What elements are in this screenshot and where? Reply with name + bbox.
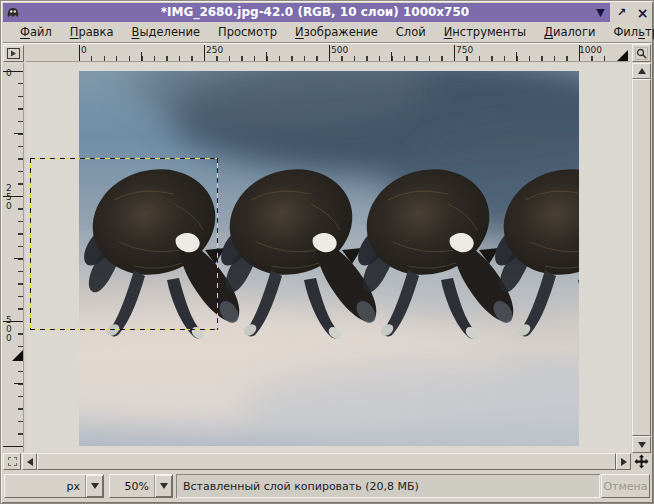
hruler-label: 0 [81, 45, 87, 55]
layer-boundary-left [30, 158, 31, 330]
menu-item-4[interactable]: Просмотр [209, 23, 286, 41]
quick-mask-toggle-button[interactable] [3, 453, 21, 470]
menu-item-6[interactable]: Слой [387, 23, 435, 41]
unit-combo[interactable]: px [4, 474, 104, 498]
hruler-label: 500 [331, 45, 348, 55]
cancel-button[interactable]: Отмена [601, 474, 650, 498]
status-message: Вставленный слой копировать (20,8 МБ) [183, 480, 419, 493]
maximize-window-button[interactable]: ↗ [614, 5, 629, 20]
menu-item-5[interactable]: Изображение [286, 23, 387, 41]
menu-item-7[interactable]: Инструменты [435, 23, 535, 41]
menubar: ФайлПравкаВыделениеПросмотрИзображениеСл… [3, 22, 651, 42]
hruler-label: 250 [206, 45, 223, 55]
horizontal-scroll-thumb[interactable] [37, 453, 616, 470]
canvas-image[interactable] [79, 71, 579, 446]
horizontal-scrollbar[interactable] [22, 453, 631, 470]
scroll-right-button[interactable] [616, 453, 631, 470]
zoom-follow-window-button[interactable] [632, 44, 651, 62]
menu-item-8[interactable]: Диалоги [535, 23, 604, 41]
image-menu-button[interactable] [3, 45, 24, 62]
zoom-combo-arrow-button[interactable] [154, 475, 172, 497]
progress-status-area: Вставленный слой копировать (20,8 МБ) [176, 474, 600, 498]
titlebar[interactable]: *IMG_2680.jpg-42.0 (RGB, 10 слои) 1000x7… [3, 3, 610, 22]
scroll-up-button[interactable] [632, 63, 651, 79]
menubar-separator [3, 42, 651, 44]
scroll-down-button[interactable] [632, 436, 651, 453]
statusbar: px 50% Вставленный слой копировать (20,8… [3, 472, 651, 500]
vruler-label: 500 [6, 316, 14, 343]
zoom-combo-value: 50% [110, 475, 154, 497]
window-title: *IMG_2680.jpg-42.0 (RGB, 10 слои) 1000x7… [20, 3, 610, 22]
pointer-position-marker-horizontal [617, 50, 628, 61]
right-arrow-icon [621, 458, 627, 466]
magnifier-icon [635, 47, 648, 60]
left-arrow-icon [27, 458, 33, 466]
cancel-button-label: Отмена [603, 480, 647, 493]
pan-cross-icon [634, 454, 649, 469]
sheep-photo [79, 71, 579, 446]
canvas-viewport[interactable] [26, 63, 631, 452]
unit-combo-value: px [5, 475, 85, 497]
chevron-down-icon [160, 483, 168, 489]
menu-item-2[interactable]: Правка [61, 23, 123, 41]
unit-combo-arrow-button[interactable] [85, 475, 103, 497]
pan-view-button[interactable] [632, 453, 651, 470]
vertical-scrollbar[interactable] [632, 63, 651, 453]
menu-item-3[interactable]: Выделение [123, 23, 210, 41]
vertical-scroll-thumb[interactable] [632, 79, 651, 436]
menu-arrow-icon [7, 48, 20, 59]
pointer-position-marker-vertical [12, 350, 23, 361]
up-arrow-icon [638, 68, 646, 74]
gimp-image-window: *IMG_2680.jpg-42.0 (RGB, 10 слои) 1000x7… [0, 0, 654, 504]
vruler-label: 250 [6, 184, 14, 211]
vruler-label: 0 [6, 69, 14, 78]
shade-window-button[interactable]: ▼ [593, 5, 608, 20]
zoom-combo[interactable]: 50% [109, 474, 173, 498]
down-arrow-icon [638, 442, 646, 448]
chevron-down-icon [91, 483, 99, 489]
hruler-label: 750 [456, 45, 473, 55]
menu-item-9[interactable]: Фильтры [604, 23, 654, 41]
hruler-label: 1000 [579, 45, 602, 55]
wilber-icon [6, 6, 20, 20]
menu-item-1[interactable]: Файл [11, 23, 61, 41]
horizontal-ruler[interactable]: 0 250 500 750 1000 [26, 45, 630, 62]
window-controls: ▼ ↗ × [593, 3, 650, 22]
vertical-ruler[interactable]: 0 250 500 [3, 63, 24, 452]
quick-mask-icon [8, 457, 17, 466]
close-window-button[interactable]: × [635, 5, 650, 20]
scroll-left-button[interactable] [22, 453, 37, 470]
